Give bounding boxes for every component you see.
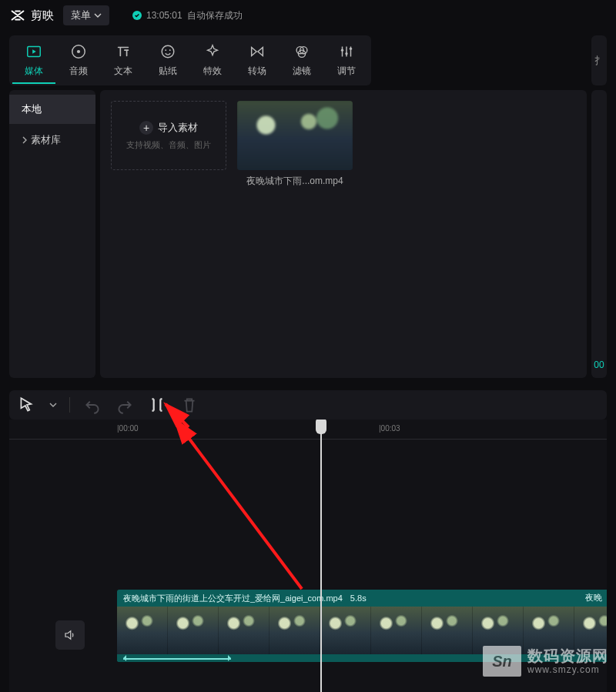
chevron-right-icon — [22, 136, 28, 144]
tab-transition[interactable]: 转场 — [236, 40, 279, 84]
selection-tool[interactable] — [17, 395, 37, 415]
split-button[interactable] — [147, 395, 167, 415]
clip-range-indicator — [123, 657, 231, 660]
menu-label: 菜单 — [71, 8, 91, 22]
preview-panel-edge: 00 — [591, 90, 607, 378]
undo-button[interactable] — [82, 395, 102, 415]
svg-point-10 — [345, 52, 347, 55]
chevron-down-icon — [94, 12, 102, 19]
tab-sticker[interactable]: 贴纸 — [146, 40, 189, 84]
redo-button[interactable] — [115, 395, 135, 415]
tab-media[interactable]: 媒体 — [12, 40, 55, 84]
menu-button[interactable]: 菜单 — [63, 5, 109, 25]
clip-filename: 夜晚城市下雨的街道上公交车开过_爱给网_aigei_com.mp4 — [123, 593, 343, 604]
tab-label: 滤镜 — [293, 65, 311, 78]
clip-right-label: 夜晚 — [585, 592, 602, 603]
nav-local[interactable]: 本地 — [9, 95, 95, 124]
text-icon — [115, 43, 132, 60]
speaker-icon — [63, 628, 77, 642]
media-source-nav: 本地 素材库 — [9, 90, 95, 378]
effects-icon — [204, 43, 221, 60]
nav-label: 素材库 — [31, 133, 61, 147]
tab-label: 媒体 — [25, 65, 43, 78]
clip-duration: 5.8s — [350, 593, 367, 603]
svg-point-5 — [169, 49, 171, 51]
save-time: 13:05:01 — [146, 10, 182, 21]
tab-filter[interactable]: 滤镜 — [280, 40, 323, 84]
preview-edge-text: 00 — [594, 359, 604, 370]
tab-adjust[interactable]: 调节 — [325, 40, 368, 84]
svg-point-2 — [77, 50, 80, 53]
logo-icon — [9, 7, 26, 24]
app-header: 剪映 菜单 13:05:01 自动保存成功 — [0, 0, 616, 31]
timeline-ruler[interactable]: |00:00 |00:03 — [9, 420, 607, 440]
tab-label: 调节 — [337, 65, 356, 78]
clip-header: 夜晚城市下雨的街道上公交车开过_爱给网_aigei_com.mp4 5.8s — [117, 590, 607, 607]
playhead-handle[interactable] — [316, 420, 326, 434]
track-mute-button[interactable] — [55, 620, 85, 650]
toolbar-divider — [69, 397, 70, 413]
autosave-status: 13:05:01 自动保存成功 — [132, 9, 243, 22]
media-thumbnail[interactable] — [237, 101, 353, 170]
playhead[interactable] — [320, 420, 322, 692]
watermark-url: www.smzy.com — [527, 665, 608, 676]
media-filename: 夜晚城市下雨...om.mp4 — [237, 175, 353, 188]
right-panel-edge: 扌 — [591, 35, 607, 85]
watermark-logo: Sn — [483, 646, 521, 677]
audio-icon — [70, 43, 87, 60]
tab-effects[interactable]: 特效 — [191, 40, 234, 84]
svg-point-4 — [165, 49, 166, 51]
tab-label: 特效 — [203, 65, 222, 78]
svg-point-11 — [350, 48, 352, 50]
tab-audio[interactable]: 音频 — [57, 40, 100, 84]
svg-point-3 — [162, 45, 174, 58]
media-icon — [25, 43, 42, 60]
media-panel: + 导入素材 支持视频、音频、图片 夜晚城市下雨...om.mp4 — [100, 90, 587, 378]
nav-label: 本地 — [22, 102, 42, 116]
nav-library[interactable]: 素材库 — [9, 125, 95, 155]
transition-icon — [249, 43, 266, 60]
app-logo: 剪映 — [9, 7, 54, 24]
delete-button[interactable] — [179, 395, 199, 415]
tab-label: 转场 — [248, 65, 266, 78]
timeline-toolbar — [9, 390, 607, 420]
import-title: 导入素材 — [158, 121, 198, 135]
watermark-brand: 数码资源网 — [527, 647, 608, 665]
filter-icon — [293, 43, 310, 60]
check-icon — [132, 11, 142, 20]
main-row: 本地 素材库 + 导入素材 支持视频、音频、图片 夜晚城市下雨...om.mp4… — [0, 90, 616, 383]
ruler-tick: |00:03 — [379, 424, 400, 433]
plus-icon: + — [139, 121, 153, 135]
save-text: 自动保存成功 — [187, 9, 243, 22]
ruler-tick: |00:00 — [117, 424, 139, 433]
import-subtitle: 支持视频、音频、图片 — [126, 139, 211, 151]
right-panel-marker: 扌 — [594, 54, 604, 68]
tab-label: 贴纸 — [159, 65, 177, 78]
media-item[interactable]: 夜晚城市下雨...om.mp4 — [237, 101, 353, 188]
chevron-down-icon[interactable] — [49, 401, 57, 409]
tab-label: 音频 — [69, 65, 88, 78]
import-media-box[interactable]: + 导入素材 支持视频、音频、图片 — [111, 101, 226, 170]
top-tabs: 媒体 音频 文本 贴纸 特效 — [9, 35, 371, 85]
tab-label: 文本 — [114, 65, 132, 78]
sticker-icon — [159, 43, 176, 60]
app-name: 剪映 — [31, 8, 54, 23]
svg-point-9 — [341, 49, 343, 52]
adjust-icon — [338, 43, 355, 60]
top-tabs-row: 媒体 音频 文本 贴纸 特效 — [0, 31, 616, 90]
tab-text[interactable]: 文本 — [102, 40, 145, 84]
watermark: Sn 数码资源网 www.smzy.com — [483, 646, 608, 677]
